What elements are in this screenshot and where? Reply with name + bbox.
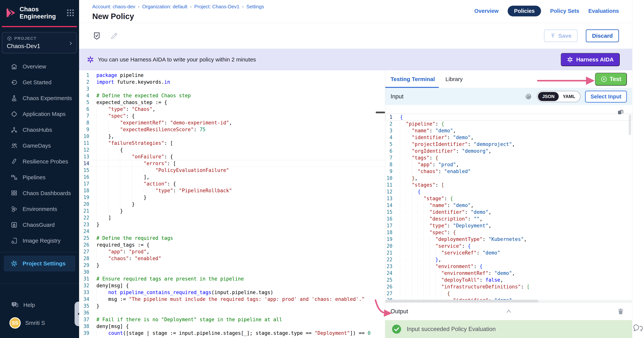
horizontal-scrollbar[interactable] (385, 300, 632, 302)
code-line[interactable]: 21 "serviceRef": "demo" (385, 249, 632, 256)
sidebar-item-resilience-probes[interactable]: Resilience Probes (0, 154, 79, 169)
sidebar-item-gamedays[interactable]: GameDays (0, 138, 79, 154)
tab-policies[interactable]: Policies (508, 6, 541, 17)
discard-button[interactable]: Discard (586, 30, 619, 42)
breadcrumb-settings[interactable]: Settings (246, 4, 264, 10)
code-line[interactable]: 6 "type": "Chaos", (79, 106, 385, 113)
code-line[interactable]: 7 "tags": { (385, 154, 632, 161)
code-line[interactable]: 7 "spec": { (79, 113, 385, 119)
code-line[interactable]: 24 "environmentRef": "demo", (385, 270, 632, 276)
code-line[interactable]: 5 "projectIdentifier": "demoproject", (385, 141, 632, 148)
code-line[interactable]: 11 "stages": [ (385, 182, 632, 188)
code-line[interactable]: 25 "deployToAll": false, (385, 276, 632, 283)
code-line[interactable]: 12 { (79, 146, 385, 153)
code-line[interactable]: 27 "app": "prod", (79, 248, 385, 255)
code-line[interactable]: 27 { (385, 290, 632, 297)
sidebar-item-chaos-dashboards[interactable]: Chaos Dashboards (0, 185, 79, 201)
code-line[interactable]: 14 "errors": [ (79, 160, 385, 167)
sidebar-item-overview[interactable]: Overview (0, 59, 79, 75)
format-json[interactable]: JSON (538, 92, 558, 101)
shield-check-icon[interactable] (92, 31, 101, 40)
user-menu[interactable]: SS Smriti S (0, 313, 79, 332)
code-line[interactable]: 9 "chaos": "enabled" (385, 168, 632, 175)
code-line[interactable]: 4 "identifier": "demo", (385, 134, 632, 141)
sidebar-item-chaos-experiments[interactable]: Chaos Experiments (0, 90, 79, 106)
input-json-editor[interactable]: 1{2 "pipeline": {3 "name": "demo",4 "ide… (385, 105, 632, 302)
code-line[interactable]: 10 }, (79, 133, 385, 140)
harness-aida-button[interactable]: Harness AIDA (561, 53, 620, 66)
tab-overview[interactable]: Overview (474, 6, 499, 17)
code-line[interactable]: 26required_tags := { (79, 241, 385, 248)
code-line[interactable]: 4# Define the expected Chaos step (79, 92, 385, 99)
code-line[interactable]: 3 (79, 85, 385, 92)
code-line[interactable]: 8 "app": "prod", (385, 161, 632, 168)
format-yaml[interactable]: YAML (559, 92, 580, 101)
code-line[interactable]: 1package pipeline (79, 72, 385, 79)
tab-library[interactable]: Library (446, 70, 463, 88)
code-line[interactable]: 18 "spec": { (385, 229, 632, 236)
sidebar-item-application-maps[interactable]: Application Maps (0, 106, 79, 122)
code-line[interactable]: 36 (79, 309, 385, 316)
code-line[interactable]: 30 (79, 269, 385, 275)
code-line[interactable]: 15 "PolicyEvaluationFailure" (79, 167, 385, 174)
edit-pencil-icon[interactable] (110, 31, 119, 40)
code-line[interactable]: 22 ] (79, 214, 385, 221)
code-line[interactable]: 39 count([stage | stage := input.pipelin… (79, 330, 385, 336)
policy-code-editor[interactable]: 1package pipeline2import future.keywords… (79, 70, 385, 338)
code-line[interactable]: 32deny[msg] { (79, 282, 385, 289)
sidebar-item-environments[interactable]: Environments (0, 201, 79, 217)
code-line[interactable]: 5expected_chaos_step := { (79, 99, 385, 106)
code-line[interactable]: 12 { (385, 188, 632, 195)
code-line[interactable]: 16 ], (79, 174, 385, 180)
breadcrumb-project[interactable]: Project: Chaos-Dev1 (194, 4, 240, 10)
help-button[interactable]: ? Help (0, 296, 79, 313)
code-line[interactable]: 20 "service": { (385, 243, 632, 249)
split-resize-handle[interactable] (376, 112, 385, 113)
code-line[interactable]: 14 "name": "demo", (385, 202, 632, 209)
test-button[interactable]: Test (595, 73, 627, 86)
sidebar-item-pipelines[interactable]: Pipelines (0, 169, 79, 185)
sidebar-item-image-registry[interactable]: Image Registry (0, 233, 79, 249)
trash-icon[interactable] (617, 307, 624, 315)
code-line[interactable]: 16 "description": "", (385, 215, 632, 222)
code-line[interactable]: 2 "pipeline": { (385, 120, 632, 127)
code-line[interactable]: 13 "onFailure": { (79, 153, 385, 160)
code-line[interactable]: 18 "type": "PipelineRollback" (79, 187, 385, 194)
format-toggle[interactable]: JSON YAML (537, 91, 580, 102)
code-line[interactable]: 34 msg := "The pipeline must include the… (79, 296, 385, 302)
code-line[interactable]: 21 } (79, 208, 385, 214)
code-line[interactable]: 19 "deploymentType": "Kubernetes", (385, 236, 632, 243)
code-line[interactable]: 22 }, (385, 256, 632, 263)
breadcrumb-account[interactable]: Account: chaos-dev (92, 4, 135, 10)
code-line[interactable]: 11 "failureStrategies": [ (79, 140, 385, 146)
code-line[interactable]: 23} (79, 221, 385, 228)
save-button[interactable]: Save (544, 30, 578, 42)
sidebar-item-get-started[interactable]: Get Started (0, 75, 79, 90)
module-grid-icon[interactable] (66, 9, 74, 17)
collapse-chevron-icon[interactable] (505, 308, 512, 315)
code-line[interactable]: 13 "stage": { (385, 195, 632, 202)
harness-logo-icon[interactable] (5, 7, 16, 19)
tab-testing-terminal[interactable]: Testing Terminal (390, 70, 435, 88)
code-line[interactable]: 28 "chaos": "enabled" (79, 255, 385, 262)
code-line[interactable]: 8 "experimentRef": "demo-experiment-id", (79, 119, 385, 126)
copy-icon[interactable] (616, 108, 624, 116)
breadcrumb-organization[interactable]: Organization: default (142, 4, 187, 10)
code-line[interactable]: 29} (79, 262, 385, 269)
tab-policy-sets[interactable]: Policy Sets (550, 6, 579, 17)
code-line[interactable]: 24 (79, 228, 385, 235)
format-refresh-icon[interactable] (524, 93, 532, 101)
select-input-button[interactable]: Select Input (585, 91, 627, 103)
code-line[interactable]: 38deny[msg] { (79, 323, 385, 330)
code-line[interactable]: 26 "infrastructureDefinitions": [ (385, 283, 632, 290)
support-chat-icon[interactable] (633, 322, 643, 333)
sidebar-item-project-settings[interactable]: Project Settings (4, 256, 75, 271)
code-line[interactable]: 33 not pipeline_contains_required_tags(i… (79, 289, 385, 296)
code-line[interactable]: 31# Ensure required tags are present in … (79, 275, 385, 282)
code-line[interactable]: 19 } (79, 194, 385, 201)
sidebar-item-chaosguard[interactable]: ChaosGuard (0, 217, 79, 233)
vertical-scrollbar[interactable] (629, 114, 631, 135)
code-line[interactable]: 37# Fail if there is no "Deployment" sta… (79, 316, 385, 323)
code-line[interactable]: 15 "identifier": "demo", (385, 209, 632, 215)
code-line[interactable]: 23 "environment": { (385, 263, 632, 270)
